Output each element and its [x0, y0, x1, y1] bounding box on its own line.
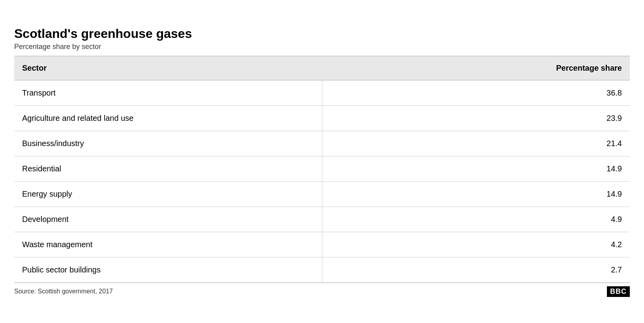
table-header-row: Sector Percentage share [14, 56, 630, 80]
sector-cell: Residential [14, 156, 322, 181]
percentage-cell: 4.9 [322, 207, 630, 232]
sector-cell: Energy supply [14, 181, 322, 207]
chart-subtitle: Percentage share by sector [14, 43, 630, 51]
table-row: Energy supply14.9 [14, 181, 630, 207]
percentage-cell: 21.4 [322, 131, 630, 156]
percentage-cell: 2.7 [322, 257, 630, 282]
sector-cell: Waste management [14, 232, 322, 257]
table-row: Transport36.8 [14, 80, 630, 106]
source-text: Source: Scottish government, 2017 [14, 288, 113, 295]
table-row: Residential14.9 [14, 156, 630, 181]
sector-cell: Public sector buildings [14, 257, 322, 282]
table-row: Development4.9 [14, 207, 630, 232]
table-row: Public sector buildings2.7 [14, 257, 630, 282]
percentage-cell: 23.9 [322, 105, 630, 131]
chart-container: Scotland's greenhouse gases Percentage s… [14, 19, 630, 305]
table-row: Waste management4.2 [14, 232, 630, 257]
table-row: Business/industry21.4 [14, 131, 630, 156]
table-row: Agriculture and related land use23.9 [14, 105, 630, 131]
sector-cell: Development [14, 207, 322, 232]
data-table: Sector Percentage share Transport36.8Agr… [14, 56, 630, 282]
bbc-logo: BBC [607, 286, 630, 297]
percentage-cell: 36.8 [322, 80, 630, 106]
chart-footer: Source: Scottish government, 2017 BBC [14, 282, 630, 297]
percentage-column-header: Percentage share [322, 56, 630, 80]
sector-cell: Business/industry [14, 131, 322, 156]
sector-cell: Agriculture and related land use [14, 105, 322, 131]
sector-column-header: Sector [14, 56, 322, 80]
percentage-cell: 14.9 [322, 181, 630, 207]
chart-title: Scotland's greenhouse gases [14, 26, 630, 41]
percentage-cell: 4.2 [322, 232, 630, 257]
sector-cell: Transport [14, 80, 322, 106]
percentage-cell: 14.9 [322, 156, 630, 181]
